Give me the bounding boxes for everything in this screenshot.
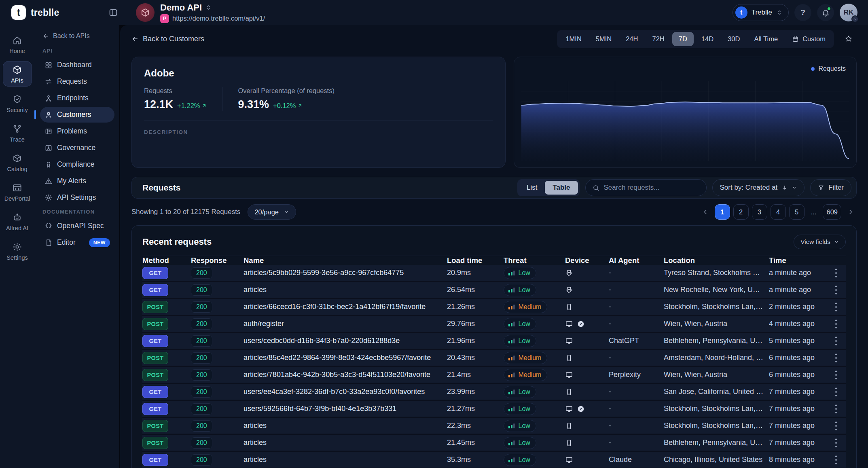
back-to-customers-link[interactable]: Back to Customers — [131, 35, 204, 43]
table-row[interactable]: POST 200 articles/66cecd16-c3f0-31bc-bec… — [142, 299, 846, 316]
page-button-3[interactable]: 3 — [752, 204, 767, 220]
sidebar-item-my-alerts[interactable]: My Alerts — [40, 173, 114, 189]
view-toggle-table[interactable]: Table — [545, 181, 578, 195]
time-range-selector: 1MIN5MIN24H72H7D14D30DAll TimeCustom — [557, 30, 834, 48]
threat-badge: Medium — [504, 301, 547, 313]
rail-item-settings[interactable]: Settings — [3, 238, 32, 264]
table-row[interactable]: POST 200 articles 22.3ms Low - Stockholm… — [142, 418, 846, 435]
table-row[interactable]: GET 200 articles/5c9bb029-5599-3e56-a9cc… — [142, 265, 846, 282]
rail-item-apis[interactable]: APIs — [3, 61, 32, 87]
mobile-icon — [565, 388, 573, 396]
row-menu-button[interactable] — [830, 453, 843, 466]
table-row[interactable]: GET 200 articles 35.3ms Low Claude Chica… — [142, 452, 846, 468]
page-button-2[interactable]: 2 — [733, 204, 749, 220]
search-icon — [592, 184, 600, 192]
row-menu-button[interactable] — [830, 436, 843, 449]
table-row[interactable]: GET 200 users/cedbc0dd-d16b-34f3-b7a0-22… — [142, 333, 846, 350]
range-button-30d[interactable]: 30D — [721, 32, 746, 46]
table-row[interactable]: GET 200 users/ee4ca3ef-3282-36df-b7c0-33… — [142, 384, 846, 401]
favorite-button[interactable] — [840, 31, 857, 47]
sidebar-item-governance[interactable]: Governance — [40, 140, 114, 156]
request-name: users/cedbc0dd-d16b-34f3-b7a0-220d61288d… — [243, 337, 447, 345]
row-menu-button[interactable] — [830, 318, 843, 330]
page-size-select[interactable]: 20/page — [248, 204, 296, 220]
row-menu-button[interactable] — [830, 267, 843, 280]
back-arrow-icon — [131, 35, 139, 42]
brand: t treblle — [11, 5, 105, 20]
api-switcher[interactable]: Demo API P https://demo.treblle.com/api/… — [136, 2, 265, 23]
range-button-24h[interactable]: 24H — [619, 32, 644, 46]
sidebar-item-problems[interactable]: Problems — [40, 123, 114, 139]
row-menu-button[interactable] — [830, 385, 843, 398]
range-button-7d[interactable]: 7D — [672, 32, 694, 46]
workspace-switcher[interactable]: t Treblle — [733, 4, 789, 21]
device-icons — [565, 320, 609, 328]
search-input[interactable] — [604, 184, 700, 192]
view-toggle-list[interactable]: List — [519, 181, 545, 195]
range-button-5min[interactable]: 5MIN — [589, 32, 618, 46]
sidebar-item-compliance[interactable]: Compliance — [40, 157, 114, 172]
view-fields-button[interactable]: View fields — [794, 235, 846, 249]
sidebar-item-customers[interactable]: Customers — [40, 107, 114, 123]
api-url: https://demo.treblle.com/api/v1/ — [172, 15, 265, 22]
rail-item-alfred-ai[interactable]: Alfred AI — [3, 209, 32, 234]
range-button-14d[interactable]: 14D — [695, 32, 720, 46]
sidebar-item-editor[interactable]: EditorNEW — [40, 235, 114, 250]
page-button-1[interactable]: 1 — [715, 204, 730, 220]
sidebar-item-endpoints[interactable]: Endpoints — [40, 90, 114, 106]
time: 8 minutes ago — [769, 455, 830, 464]
table-row[interactable]: POST 200 articles/85c4ed22-9864-399f-8e0… — [142, 350, 846, 367]
page-button-5[interactable]: 5 — [789, 204, 804, 220]
user-avatar[interactable]: RK — [840, 4, 857, 21]
sort-button[interactable]: Sort by: Created at — [712, 179, 805, 196]
sidebar-toggle-button[interactable] — [105, 4, 121, 21]
range-button-all-time[interactable]: All Time — [747, 32, 784, 46]
sidebar-item-requests[interactable]: Requests — [40, 74, 114, 89]
api-avatar — [136, 3, 155, 22]
table-row[interactable]: POST 200 articles/7801ab4c-942b-30b5-a3c… — [142, 367, 846, 384]
page-button-4[interactable]: 4 — [771, 204, 786, 220]
sidebar-item-label: API Settings — [57, 193, 96, 202]
help-button[interactable]: ? — [794, 4, 811, 21]
sidebar-item-api-settings[interactable]: API Settings — [40, 190, 114, 205]
threat-bars-icon — [508, 440, 515, 445]
row-menu-button[interactable] — [830, 284, 843, 296]
treblle-logo-icon: t — [11, 5, 26, 20]
method-badge: GET — [142, 403, 168, 415]
table-row[interactable]: POST 200 articles 21.45ms Low - Bethlehe… — [142, 435, 846, 452]
back-to-apis-link[interactable]: Back to APIs — [40, 31, 114, 45]
sidebar-item-dashboard[interactable]: Dashboard — [40, 57, 114, 73]
row-menu-button[interactable] — [830, 352, 843, 364]
rail-item-home[interactable]: Home — [3, 32, 32, 57]
row-menu-button[interactable] — [830, 368, 843, 381]
device-icons — [565, 303, 609, 311]
range-button-1min[interactable]: 1MIN — [559, 32, 588, 46]
row-menu-button[interactable] — [830, 402, 843, 415]
sidebar-item-openapi-spec[interactable]: OpenAPI Spec — [40, 218, 114, 234]
rail-item-catalog[interactable]: Catalog — [3, 150, 32, 175]
row-menu-button[interactable] — [830, 419, 843, 432]
ai-agent: - — [609, 404, 664, 413]
funnel-icon — [818, 184, 824, 191]
response-status: 200 — [191, 454, 212, 466]
notifications-button[interactable] — [817, 4, 834, 21]
device-icons — [565, 422, 609, 430]
range-button-custom[interactable]: Custom — [785, 32, 832, 46]
page-button-609[interactable]: 609 — [823, 204, 841, 220]
response-status: 200 — [191, 403, 212, 415]
table-row[interactable]: GET 200 articles 26.54ms Low - New Roche… — [142, 282, 846, 299]
row-menu-button[interactable] — [830, 335, 843, 347]
range-button-72h[interactable]: 72H — [646, 32, 671, 46]
table-row[interactable]: POST 200 auth/register 29.76ms Low - Wie… — [142, 316, 846, 333]
rail-item-security[interactable]: Security — [3, 91, 32, 116]
page-size-value: 20/page — [254, 208, 279, 216]
rail-item-trace[interactable]: Trace — [3, 120, 32, 146]
table-row[interactable]: GET 200 users/592566fd-64b7-3f9b-bf40-4e… — [142, 401, 846, 418]
rail-item-devportal[interactable]: DevPortal — [3, 179, 32, 205]
column-header-location: Location — [664, 256, 769, 265]
filter-button[interactable]: Filter — [810, 179, 851, 196]
row-menu-button[interactable] — [830, 301, 843, 313]
prev-page-button[interactable] — [699, 204, 711, 220]
next-page-button[interactable] — [845, 204, 857, 220]
table-title: Recent requests — [142, 237, 212, 247]
